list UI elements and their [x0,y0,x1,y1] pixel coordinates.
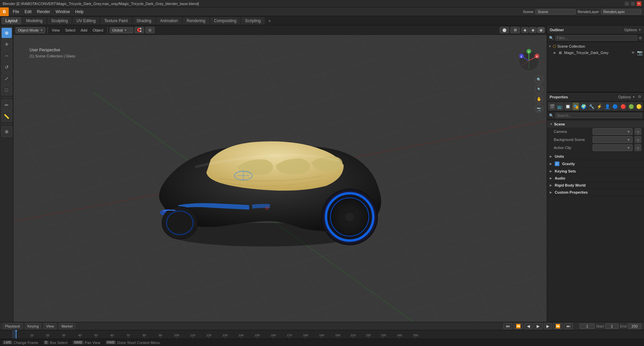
next-keyframe-btn[interactable]: ⏩ [553,323,563,329]
gravity-section[interactable]: ▶ ✓ Gravity [547,160,644,168]
jump-end-btn[interactable]: ⏭ [564,323,573,329]
prop-tab-physics[interactable]: 🔵 [612,102,619,110]
model-visibility-icon[interactable]: 👁 [631,51,635,55]
object-mode-select[interactable]: Object Mode ▼ [15,27,45,33]
prop-tab-output[interactable]: 📺 [556,102,564,110]
playback-menu[interactable]: Playback [3,323,22,329]
camera-select-btn[interactable]: ◎ [635,128,641,135]
prev-keyframe-btn[interactable]: ⏪ [513,323,523,329]
outliner-model-item[interactable]: ▶ ⊞ Magic_Tricycle_Dark_Grey 👁 📷 [547,49,644,56]
menu-edit[interactable]: Edit [22,9,34,15]
menu-render[interactable]: Render [34,9,53,15]
prop-tab-render[interactable]: 🎬 [548,102,556,110]
menu-help[interactable]: Help [72,9,86,15]
tab-animation[interactable]: Animation [156,17,182,24]
tab-layout[interactable]: Layout [1,17,21,24]
keying-sets-section[interactable]: ▶ Keying Sets [547,168,644,175]
prev-frame-btn[interactable]: ◀ [525,323,532,329]
axis-gizmo[interactable]: Y X Z [517,49,541,72]
prop-tab-modifier[interactable]: ⚡ [596,102,603,110]
prop-tab-particles[interactable]: 👤 [604,102,611,110]
outliner-search-input[interactable] [555,35,637,41]
zoom-out-btn[interactable]: 🔍 [535,85,543,94]
prop-options-label[interactable]: Options [618,95,631,99]
zoom-in-btn[interactable]: 🔍 [535,75,543,84]
prop-tab-constraints[interactable]: 🔴 [620,102,627,110]
proportional-select[interactable]: ◎ [145,27,155,33]
renderlayer-input[interactable] [601,9,641,14]
tab-compositing[interactable]: Compositing [210,17,241,24]
scene-section-header[interactable]: ▼ Scene [547,121,644,128]
outliner-filter-icon[interactable]: ⚙ [639,36,642,40]
next-frame-btn[interactable]: ▶ [544,323,552,329]
prop-search-input[interactable] [555,113,642,118]
close-button[interactable]: ✕ [637,1,641,6]
cursor-tool-btn[interactable]: ⊕ [1,28,12,38]
pan-view-btn[interactable]: ✋ [535,95,543,103]
custom-properties-section[interactable]: ▶ Custom Properties [547,189,644,196]
scale-tool-btn[interactable]: ⤢ [1,73,12,84]
end-frame-input[interactable] [628,324,641,329]
keying-menu[interactable]: Keying [25,323,41,329]
minimize-button[interactable]: — [625,1,629,6]
view-menu-tl[interactable]: View [44,323,56,329]
timeline-ruler[interactable]: 1 10 20 30 40 50 60 70 80 90 [0,330,644,339]
viewport-3d-bg[interactable]: User Perspective (1) Scene Collection | … [13,35,547,322]
start-frame-input[interactable] [605,324,618,329]
play-btn[interactable]: ▶ [534,323,543,329]
add-menu-btn[interactable]: Add [79,28,90,33]
transform-global-select[interactable]: Global ▼ [110,27,133,33]
viewport-overlay-btn[interactable]: ⊞ [510,27,520,33]
viewport[interactable]: Object Mode ▼ View Select Add Object Glo… [13,26,547,322]
prop-tab-material[interactable]: 🟡 [635,102,643,110]
marker-menu[interactable]: Marker [59,323,75,329]
scene-input[interactable] [535,9,576,14]
tab-modeling[interactable]: Modeling [22,17,47,24]
solid-shade-btn[interactable]: ◉ [521,27,529,33]
audio-section[interactable]: ▶ Audio [547,175,644,182]
measure-tool-btn[interactable]: 📏 [1,111,12,122]
maximize-button[interactable]: □ [631,1,635,6]
prop-tab-world[interactable]: 🌍 [580,102,587,110]
background-scene-input[interactable]: ▼ [593,136,633,143]
options-label[interactable]: Options [624,28,637,32]
prop-tab-object[interactable]: 🔧 [588,102,595,110]
prop-tab-scene[interactable]: 🎭 [572,102,580,110]
tab-rendering[interactable]: Rendering [183,17,209,24]
menu-file[interactable]: File [10,9,22,15]
current-frame-input[interactable] [580,324,595,329]
tab-sculpting[interactable]: Sculpting [47,17,72,24]
gravity-checkbox[interactable]: ✓ [555,161,559,166]
viewport-shading-btn[interactable]: ⬤ [500,27,509,33]
model-camera-icon[interactable]: 📷 [637,50,643,55]
active-clip-input[interactable]: ▼ [593,144,633,151]
add-tool-btn[interactable]: ⊕ [1,126,12,137]
rendered-shade-btn[interactable]: ◉ [537,27,545,33]
transform-tool-btn[interactable]: ✛ [1,39,12,50]
view-menu-btn[interactable]: View [50,28,62,33]
jump-start-btn[interactable]: ⏮ [503,323,512,329]
active-clip-select-btn[interactable]: ◎ [635,144,641,151]
object-menu-btn[interactable]: Object [91,28,105,33]
tab-add[interactable]: + [265,17,274,25]
prop-filter-icon[interactable]: ⚙ [638,95,641,99]
prop-tab-data[interactable]: 🟢 [628,102,635,110]
rigid-body-world-section[interactable]: ▶ Rigid Body World [547,182,644,189]
annotate-tool-btn[interactable]: ✏ [1,100,12,110]
material-shade-btn[interactable]: ◉ [529,27,537,33]
camera-input[interactable]: ▼ [593,128,633,135]
rotate-tool-btn[interactable]: ↺ [1,62,12,72]
tab-shading[interactable]: Shading [133,17,155,24]
tab-texture-paint[interactable]: Texture Paint [100,17,132,24]
snap-select[interactable]: 🧲 [135,27,144,33]
menu-window[interactable]: Window [53,9,72,15]
units-section[interactable]: ▶ Units [547,153,644,160]
camera-view-btn[interactable]: 📷 [535,104,543,113]
blender-logo[interactable]: B [0,7,9,16]
tab-scripting[interactable]: Scripting [241,17,265,24]
background-scene-select-btn[interactable]: ◎ [635,136,641,143]
outliner-scene-collection[interactable]: ▼ ⬡ Scene Collection [547,43,644,49]
move-tool-btn[interactable]: ↔ [1,50,12,61]
box-transform-btn[interactable]: □ [1,85,12,95]
select-menu-btn[interactable]: Select [63,28,78,33]
